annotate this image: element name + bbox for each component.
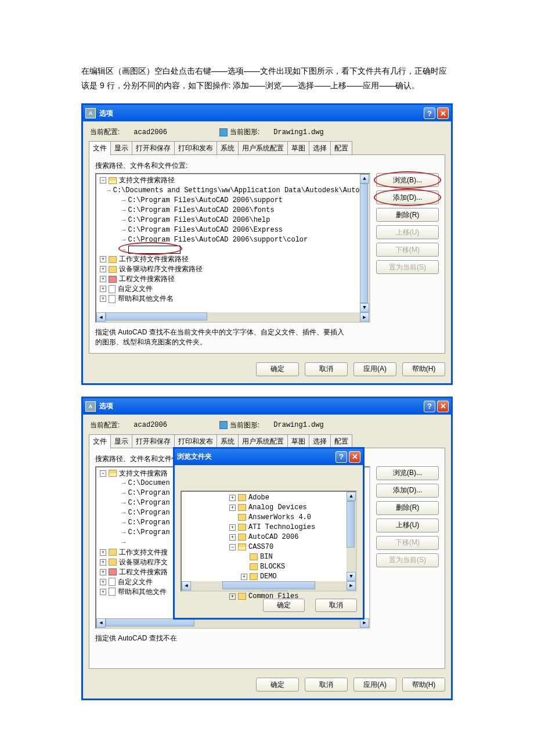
tree-node-root[interactable]: 支持文件搜索路径 — [119, 175, 175, 185]
folder-item[interactable]: −CASS70 — [183, 542, 355, 552]
folder-item[interactable]: BLOCKS — [183, 562, 355, 572]
apply-button[interactable]: 应用(A) — [353, 362, 396, 376]
help-button[interactable]: ? — [424, 107, 435, 119]
expand-icon[interactable]: + — [229, 593, 236, 600]
moveup-button[interactable]: 上移(U) — [376, 519, 439, 532]
movedown-button[interactable]: 下移(M) — [376, 243, 439, 257]
tab-file[interactable]: 文件 — [89, 434, 111, 449]
folder-tree[interactable]: +Adobe+Analog DevicesAnswerWorks 4.0+ATI… — [181, 491, 357, 592]
scroll-up-icon[interactable]: ▲ — [360, 174, 369, 183]
expand-icon[interactable]: − — [100, 470, 106, 477]
vertical-scrollbar[interactable]: ▲ ▼ — [360, 174, 369, 312]
path-item[interactable]: C:\Program Files\AutoCAD 2006\support — [128, 196, 283, 204]
folder-item[interactable]: +AutoCAD 2006 — [183, 532, 355, 542]
folder-item[interactable]: +DEMO — [183, 572, 355, 582]
scroll-right-icon[interactable]: ▶ — [360, 312, 369, 322]
moveup-button[interactable]: 上移(U) — [376, 225, 439, 239]
add-button[interactable]: 添加(D)... — [376, 484, 439, 498]
delete-button[interactable]: 删除(R) — [376, 208, 439, 222]
expand-icon[interactable]: + — [241, 574, 247, 580]
expand-icon[interactable]: + — [229, 505, 236, 511]
tree-node[interactable]: 工程文件搜索路径 — [119, 274, 175, 284]
browse-button[interactable]: 浏览(B)... — [376, 466, 439, 480]
expand-icon[interactable]: + — [100, 579, 106, 585]
new-path-input[interactable] — [128, 246, 181, 254]
scroll-down-icon[interactable]: ▼ — [347, 572, 356, 581]
folder-item[interactable]: +Common Files — [183, 592, 355, 602]
expand-icon[interactable]: + — [229, 534, 236, 541]
tree-node[interactable]: 自定义文件 — [118, 284, 153, 294]
path-tree[interactable]: −支持文件搜索路径 →C:\Documents and Settings\ww\… — [95, 173, 370, 323]
path-item[interactable]: C:\Progran — [128, 509, 170, 517]
folder-label[interactable]: Analog Devices — [248, 503, 307, 512]
expand-icon[interactable]: + — [100, 276, 106, 282]
scroll-right-icon[interactable]: ▶ — [360, 618, 369, 628]
path-item[interactable]: C:\Progran — [128, 519, 170, 527]
tab-select[interactable]: 选择 — [309, 141, 331, 156]
expand-icon[interactable]: − — [229, 544, 236, 550]
expand-icon[interactable]: + — [229, 495, 236, 501]
vertical-scrollbar[interactable]: ▲ ▼ — [347, 492, 356, 581]
close-button[interactable]: ✕ — [437, 401, 449, 412]
horizontal-scrollbar[interactable]: ◀ ▶ — [96, 618, 369, 628]
help-button[interactable]: 帮助(H) — [402, 362, 445, 376]
folder-label[interactable]: Common Files — [248, 592, 298, 600]
movedown-button[interactable]: 下移(M) — [376, 536, 439, 550]
folder-item[interactable]: AnswerWorks 4.0 — [183, 513, 355, 523]
tab-display[interactable]: 显示 — [110, 141, 132, 156]
path-item[interactable]: C:\Documents and Settings\ww\Application… — [113, 186, 368, 195]
help-button[interactable]: ? — [335, 451, 347, 463]
scroll-left-icon[interactable]: ◀ — [182, 581, 191, 591]
close-button[interactable]: ✕ — [349, 451, 360, 463]
folder-label[interactable]: Adobe — [248, 494, 269, 502]
help-button[interactable]: 帮助(H) — [402, 678, 445, 692]
tree-node[interactable]: 帮助和其他文件名 — [118, 294, 174, 304]
tab-opensave[interactable]: 打开和保存 — [132, 434, 175, 449]
scroll-left-icon[interactable]: ◀ — [96, 312, 106, 322]
setcurrent-button[interactable]: 置为当前(S) — [376, 553, 439, 567]
help-button[interactable]: ? — [424, 401, 435, 412]
folder-item[interactable]: +Analog Devices — [183, 503, 355, 513]
path-item[interactable]: C:\Progran — [128, 499, 170, 507]
path-item[interactable]: C:\Documen — [128, 479, 170, 487]
close-button[interactable]: ✕ — [437, 107, 449, 119]
ok-button[interactable]: 确定 — [256, 678, 299, 692]
tab-file[interactable]: 文件 — [89, 141, 111, 156]
expand-icon[interactable]: − — [100, 177, 106, 183]
expand-icon[interactable]: + — [100, 559, 106, 566]
folder-label[interactable]: BLOCKS — [260, 563, 285, 571]
folder-label[interactable]: BIN — [260, 553, 273, 561]
folder-item[interactable]: +Adobe — [183, 493, 355, 503]
folder-item[interactable]: BIN — [183, 552, 355, 562]
scroll-down-icon[interactable]: ▼ — [360, 303, 369, 312]
scroll-left-icon[interactable]: ◀ — [96, 618, 106, 628]
cancel-button[interactable]: 取消 — [305, 678, 348, 692]
tree-node[interactable]: 工程文件搜索路 — [119, 567, 168, 577]
tree-node[interactable]: 设备驱动程序文件搜索路径 — [119, 264, 203, 274]
expand-icon[interactable]: + — [100, 549, 106, 556]
expand-icon[interactable]: + — [100, 256, 106, 262]
folder-label[interactable]: AutoCAD 2006 — [248, 533, 298, 541]
delete-button[interactable]: 删除(R) — [376, 501, 439, 515]
scroll-up-icon[interactable]: ▲ — [347, 492, 356, 501]
tab-draft[interactable]: 草图 — [287, 141, 309, 156]
folder-label[interactable]: ATI Technologies — [248, 523, 315, 531]
path-item[interactable]: C:\Progran — [128, 528, 170, 537]
tree-node-root[interactable]: 支持文件搜索路 — [119, 469, 168, 478]
expand-icon[interactable]: + — [100, 569, 106, 575]
scroll-right-icon[interactable]: ▶ — [347, 581, 356, 591]
folder-label[interactable]: DEMO — [260, 573, 277, 581]
folder-label[interactable]: AnswerWorks 4.0 — [248, 513, 311, 521]
expand-icon[interactable]: + — [229, 524, 236, 531]
tab-opensave[interactable]: 打开和保存 — [132, 141, 175, 156]
tab-profile[interactable]: 配置 — [330, 141, 352, 156]
tree-node[interactable]: 帮助和其他文件 — [118, 587, 167, 597]
apply-button[interactable]: 应用(A) — [353, 678, 396, 692]
path-item[interactable]: C:\Progran — [128, 489, 170, 497]
path-item[interactable]: C:\Program Files\AutoCAD 2006\support\co… — [128, 236, 308, 244]
path-item[interactable]: C:\Program Files\AutoCAD 2006\help — [128, 216, 270, 224]
tree-node[interactable]: 工作支持文件搜索路径 — [119, 254, 189, 264]
path-item[interactable]: C:\Program Files\AutoCAD 2006\fonts — [128, 206, 275, 214]
ok-button[interactable]: 确定 — [256, 362, 299, 376]
folder-item[interactable]: +ATI Technologies — [183, 523, 355, 532]
